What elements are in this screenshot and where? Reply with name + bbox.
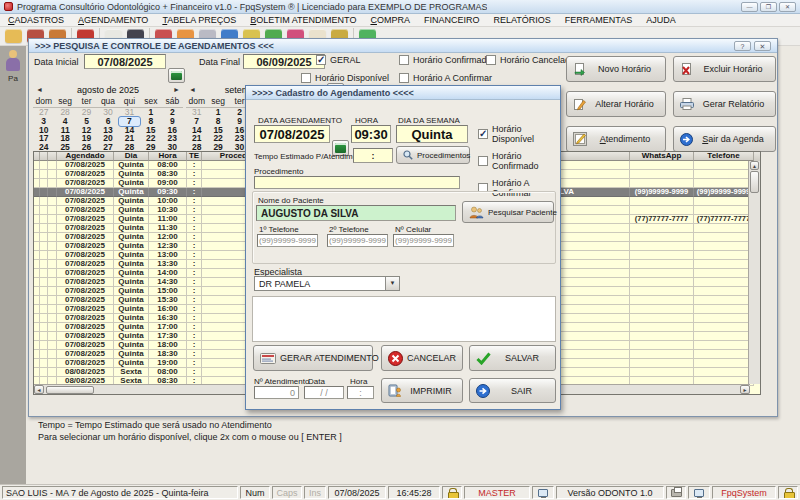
patients-icon-label: Pa bbox=[0, 74, 26, 83]
dialog-help-button[interactable]: ? bbox=[734, 41, 751, 51]
minimize-button[interactable]: — bbox=[741, 2, 758, 12]
celular-field[interactable]: (99)99999-9999 bbox=[393, 234, 454, 247]
weekday-label: seg bbox=[54, 96, 75, 107]
imprimir-button[interactable]: IMPRIMIR bbox=[381, 378, 463, 403]
checkbox-horario-confirmado[interactable]: Horário Confirmado bbox=[399, 55, 492, 65]
vertical-scrollbar[interactable]: ▲ bbox=[748, 161, 760, 384]
calendar-august: ◄ agosto de 2025 ► domsegterquaquisexsáb… bbox=[33, 83, 183, 161]
col-agendado[interactable]: Agendado bbox=[57, 152, 114, 161]
print-icon bbox=[388, 384, 402, 398]
form-card-icon bbox=[260, 353, 276, 364]
procedimento-field[interactable] bbox=[254, 176, 460, 189]
weekday-label: dom bbox=[33, 96, 54, 107]
hora-field[interactable]: 09:30 bbox=[351, 125, 391, 143]
cancelar-button[interactable]: CANCELAR bbox=[381, 345, 463, 371]
calendar-prev-icon[interactable]: ◄ bbox=[189, 86, 196, 93]
col-dia[interactable]: Dia bbox=[114, 152, 149, 161]
menu-item[interactable]: RELATÓRIOS bbox=[493, 15, 550, 25]
salvar-button[interactable]: SALVAR bbox=[469, 345, 556, 371]
new-document-icon bbox=[573, 63, 586, 76]
vertical-scroll-thumb[interactable] bbox=[750, 171, 759, 193]
telefone1-field[interactable]: (99)99999-9999 bbox=[257, 234, 318, 247]
scroll-right-icon[interactable]: ► bbox=[740, 385, 750, 394]
excluir-horario-button[interactable]: Excluir Horário bbox=[673, 56, 776, 82]
maximize-button[interactable]: ❐ bbox=[760, 2, 777, 12]
scroll-left-icon[interactable]: ◄ bbox=[34, 385, 44, 394]
sair-button[interactable]: SAIR bbox=[469, 378, 556, 403]
novo-horario-button[interactable]: Novo Horário bbox=[566, 56, 666, 82]
gerar-relatorio-button[interactable]: Gerar Relatório bbox=[673, 91, 776, 117]
calendar-next-icon[interactable]: ► bbox=[173, 86, 180, 93]
pesquisar-paciente-button[interactable]: Pesquisar Paciente bbox=[462, 201, 554, 223]
data-atendimento-field[interactable]: / / bbox=[304, 386, 344, 399]
menubar: CADASTROSAGENDAMENTOTABELA PREÇOSBOLETIM… bbox=[0, 14, 800, 27]
menu-item[interactable]: FINANCEIRO bbox=[424, 15, 480, 25]
exit-arrow-icon bbox=[476, 384, 490, 398]
status-checkbox[interactable]: Horário Disponível bbox=[478, 124, 560, 144]
search-dialog-titlebar[interactable]: >>> PESQUISA E CONTROLE DE AGENDAMENTOS … bbox=[29, 39, 777, 53]
hint-line-1: Tempo = Tempo Estimado que será usado no… bbox=[38, 419, 342, 431]
patients-icon[interactable] bbox=[5, 50, 21, 72]
weekday-label: sáb bbox=[162, 96, 183, 107]
horizontal-scroll-thumb[interactable] bbox=[46, 386, 94, 394]
menu-item[interactable]: COMPRA bbox=[370, 15, 410, 25]
hora-label: HORA bbox=[355, 116, 378, 125]
printer-icon bbox=[680, 98, 694, 110]
tempo-estimado-field[interactable]: : bbox=[353, 148, 393, 163]
checkbox-horario-disponivel[interactable]: Horário Disponível bbox=[301, 73, 389, 83]
status-brand: FpqSystem bbox=[712, 486, 776, 499]
menu-item[interactable]: AJUDA bbox=[646, 15, 676, 25]
data-inicial-field[interactable]: 07/08/2025 bbox=[84, 54, 166, 69]
celular-label: Nº Celular bbox=[395, 225, 431, 234]
status-monitor bbox=[688, 486, 710, 499]
dia-da-semana-field[interactable]: Quinta bbox=[396, 125, 468, 143]
procedimentos-button[interactable]: Procedimentos bbox=[396, 146, 470, 164]
col-whatsapp[interactable]: WhatsApp bbox=[630, 152, 694, 161]
hora-atendimento-field[interactable]: : bbox=[347, 386, 374, 399]
weekday-label: seg bbox=[207, 96, 228, 107]
application-window: Programa Consultório Odontológico + Fina… bbox=[0, 0, 800, 500]
telefone2-field[interactable]: (99)99999-9999 bbox=[327, 234, 388, 247]
patient-icon[interactable] bbox=[5, 29, 22, 43]
search-icon bbox=[403, 150, 413, 160]
sair-da-agenda-button[interactable]: Sair da Agenda bbox=[673, 126, 776, 152]
status-checkbox[interactable]: Horário Confirmado bbox=[478, 151, 560, 171]
data-inicial-calendar-icon[interactable] bbox=[168, 68, 185, 83]
weekday-label: qui bbox=[119, 96, 140, 107]
dialog-close-button[interactable]: ✕ bbox=[754, 41, 771, 51]
col-te[interactable]: TE bbox=[187, 152, 202, 161]
numero-atendimento-field[interactable]: 0 bbox=[254, 386, 299, 399]
data-final-field[interactable]: 06/09/2025 bbox=[243, 54, 325, 69]
checkbox-geral[interactable]: GERAL bbox=[316, 55, 361, 65]
especialista-dropdown[interactable]: DR PAMELA ▼ bbox=[254, 276, 400, 291]
chevron-down-icon[interactable]: ▼ bbox=[385, 277, 399, 290]
statusbar: SAO LUIS - MA 7 de Agosto de 2025 - Quin… bbox=[0, 484, 800, 500]
alterar-horario-button[interactable]: Alterar Horário bbox=[566, 91, 666, 117]
printer-icon bbox=[671, 489, 682, 497]
col-telefone[interactable]: Telefone bbox=[694, 152, 754, 161]
menu-item[interactable]: AGENDAMENTO bbox=[78, 15, 148, 25]
calendar-prev-icon[interactable]: ◄ bbox=[36, 86, 43, 93]
scroll-up-icon[interactable]: ▲ bbox=[750, 161, 759, 170]
data-agendamento-field[interactable]: 07/08/2025 bbox=[254, 125, 330, 143]
notes-area[interactable] bbox=[252, 296, 556, 342]
menu-item[interactable]: TABELA PREÇOS bbox=[162, 15, 236, 25]
menu-item[interactable]: BOLETIM ATENDIMENTO bbox=[250, 15, 356, 25]
checkbox-geral-box[interactable] bbox=[316, 55, 326, 65]
status-printer bbox=[666, 486, 686, 499]
data-inicial-label: Data Inicial bbox=[34, 57, 79, 67]
menu-item[interactable]: CADASTROS bbox=[8, 15, 64, 25]
cadastro-modal-titlebar[interactable]: >>>> Cadastro do Agendamento <<<< bbox=[246, 86, 560, 100]
atendimento-button[interactable]: Atendimento bbox=[566, 126, 666, 152]
cadastro-modal-title: >>>> Cadastro do Agendamento <<<< bbox=[252, 88, 414, 98]
col-hora[interactable]: Hora bbox=[149, 152, 187, 161]
cadastro-modal: >>>> Cadastro do Agendamento <<<< DATA A… bbox=[245, 85, 561, 410]
close-button[interactable]: ✕ bbox=[779, 2, 796, 12]
status-version: Versão ODONTO 1.0 bbox=[556, 486, 664, 499]
gerar-atendimento-button[interactable]: GERAR ATENDIMENTO bbox=[253, 345, 373, 371]
numero-atendimento-label: Nº Atendimento bbox=[254, 377, 309, 386]
checkbox-horario-a-confirmar[interactable]: Horário A Confirmar bbox=[399, 73, 492, 83]
nome-paciente-field[interactable]: AUGUSTO DA SILVA bbox=[256, 205, 456, 221]
telefone2-label: 2º Telefone bbox=[329, 225, 369, 234]
menu-item[interactable]: FERRAMENTAS bbox=[565, 15, 632, 25]
